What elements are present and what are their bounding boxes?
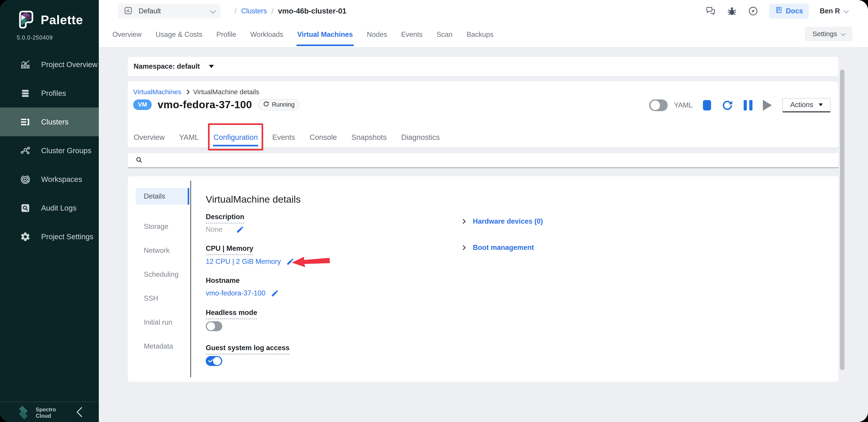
hostname-label: Hostname xyxy=(206,277,240,285)
subnav-ssh[interactable]: SSH xyxy=(136,290,189,307)
details-subnav: Details Storage Network Scheduling SSH I… xyxy=(136,188,189,362)
dropdown-caret-icon xyxy=(819,103,823,106)
vm-header-panel: VirtualMachines VirtualMachine details V… xyxy=(128,81,838,148)
vm-tab-configuration[interactable]: Configuration xyxy=(213,127,258,148)
hardware-devices-link[interactable]: Hardware devices (0) xyxy=(473,217,543,225)
search-input[interactable] xyxy=(128,153,838,168)
compass-icon[interactable] xyxy=(748,6,758,16)
settings-button[interactable]: Settings xyxy=(805,27,852,41)
subnav-storage[interactable]: Storage xyxy=(136,218,189,235)
orbit-icon xyxy=(20,174,31,185)
tab-workloads[interactable]: Workloads xyxy=(250,22,283,47)
vm-tab-console[interactable]: Console xyxy=(310,127,337,148)
restart-vm-button[interactable] xyxy=(721,99,733,111)
sidebar-item-clusters[interactable]: Clusters xyxy=(0,107,99,136)
chat-icon[interactable] xyxy=(706,6,716,16)
tab-virtual-machines[interactable]: Virtual Machines xyxy=(297,22,353,47)
virtualmachines-link[interactable]: VirtualMachines xyxy=(133,88,181,96)
tab-backups[interactable]: Backups xyxy=(467,22,494,47)
project-chart-icon xyxy=(124,6,133,16)
sidebar-item-label: Project Overview xyxy=(41,60,97,69)
cpu-memory-label: CPU | Memory xyxy=(206,245,253,255)
sidebar-item-audit-logs[interactable]: Audit Logs xyxy=(0,194,99,222)
namespace-panel: Namespace: default xyxy=(128,57,838,76)
actions-label: Actions xyxy=(790,101,813,109)
vm-tab-overview[interactable]: Overview xyxy=(134,127,165,148)
sidebar: Palette 5.0.0-250409 Project Overview xyxy=(0,0,99,422)
guest-log-access-toggle[interactable] xyxy=(206,356,222,366)
namespace-dropdown-caret-icon[interactable] xyxy=(209,65,214,68)
vm-tabs: Overview YAML Configuration Events Conso… xyxy=(134,127,440,148)
breadcrumb-separator: / xyxy=(235,7,237,15)
brand-logo[interactable]: Palette xyxy=(16,9,83,30)
status-label: Running xyxy=(272,101,295,108)
docs-label: Docs xyxy=(786,7,803,15)
vm-tab-snapshots[interactable]: Snapshots xyxy=(351,127,386,148)
sidebar-item-workspaces[interactable]: Workspaces xyxy=(0,165,99,194)
description-value: None xyxy=(206,225,222,234)
subnav-initial-run[interactable]: Initial run xyxy=(136,314,189,331)
cpu-memory-value[interactable]: 12 CPU | 2 GiB Memory xyxy=(206,258,281,266)
guest-log-access-label: Guest system log access xyxy=(206,344,289,354)
tab-nodes[interactable]: Nodes xyxy=(367,22,387,47)
play-vm-button[interactable] xyxy=(763,100,772,111)
project-selector-value: Default xyxy=(138,7,205,15)
sidebar-item-label: Cluster Groups xyxy=(41,147,91,155)
hostname-value[interactable]: vmo-fedora-37-100 xyxy=(206,289,266,297)
vm-tab-yaml[interactable]: YAML xyxy=(179,127,199,148)
app-version: 5.0.0-250409 xyxy=(17,34,53,41)
sidebar-item-project-overview[interactable]: Project Overview xyxy=(0,50,99,79)
vm-breadcrumb: VirtualMachines VirtualMachine details xyxy=(133,88,259,96)
subnav-network[interactable]: Network xyxy=(136,242,189,259)
tab-overview[interactable]: Overview xyxy=(112,22,142,47)
pause-vm-button[interactable] xyxy=(744,100,752,110)
sidebar-item-label: Audit Logs xyxy=(41,204,76,213)
edit-hostname-pencil-icon[interactable] xyxy=(271,289,279,297)
chevron-right-icon xyxy=(461,219,466,224)
docs-button[interactable]: Docs xyxy=(769,4,809,19)
workarea: Namespace: default VirtualMachines Virtu… xyxy=(99,47,868,422)
yaml-toggle[interactable] xyxy=(649,99,668,111)
sidebar-item-profiles[interactable]: Profiles xyxy=(0,79,99,107)
gear-icon xyxy=(20,231,31,242)
tab-usage-costs[interactable]: Usage & Costs xyxy=(156,22,203,47)
sidebar-item-cluster-groups[interactable]: Cluster Groups xyxy=(0,136,99,165)
palette-logo-icon xyxy=(16,9,36,30)
vm-tab-configuration-label: Configuration xyxy=(213,133,258,142)
project-selector[interactable]: Default xyxy=(118,4,220,19)
sidebar-item-label: Project Settings xyxy=(41,232,93,241)
description-value-row: None xyxy=(206,225,244,234)
vm-tab-events[interactable]: Events xyxy=(272,127,295,148)
tab-events[interactable]: Events xyxy=(401,22,423,47)
breadcrumb-clusters-link[interactable]: Clusters xyxy=(241,7,267,15)
bug-icon[interactable] xyxy=(727,6,737,16)
edit-description-pencil-icon[interactable] xyxy=(236,225,244,234)
sidebar-collapse-chevron-left-icon[interactable] xyxy=(76,407,87,417)
spectro-cloud-logo: Spectro Cloud xyxy=(17,406,56,420)
subnav-scheduling[interactable]: Scheduling xyxy=(136,266,189,283)
tab-profile[interactable]: Profile xyxy=(216,22,236,47)
sidebar-item-label: Profiles xyxy=(41,89,66,98)
details-heading: VirtualMachine details xyxy=(206,194,301,205)
top-header: Default / Clusters / vmo-46b-cluster-01 xyxy=(99,0,868,47)
description-label: Description xyxy=(206,213,244,223)
hardware-devices-row[interactable]: Hardware devices (0) xyxy=(462,217,543,225)
user-menu[interactable]: Ben R xyxy=(819,7,848,15)
subnav-divider xyxy=(190,181,191,377)
headless-mode-toggle[interactable] xyxy=(206,321,222,331)
boot-management-row[interactable]: Boot management xyxy=(462,244,534,252)
magnifier-doc-icon xyxy=(20,203,31,214)
subnav-details[interactable]: Details xyxy=(136,188,189,205)
tab-scan[interactable]: Scan xyxy=(437,22,453,47)
breadcrumb-separator: / xyxy=(271,7,273,15)
vm-tab-diagnostics[interactable]: Diagnostics xyxy=(401,127,440,148)
boot-management-link[interactable]: Boot management xyxy=(473,244,534,252)
scrollbar[interactable] xyxy=(840,70,844,370)
stop-vm-button[interactable] xyxy=(703,100,711,110)
subnav-metadata[interactable]: Metadata xyxy=(136,338,189,355)
breadcrumb-current: vmo-46b-cluster-01 xyxy=(278,7,347,15)
actions-button[interactable]: Actions xyxy=(782,98,831,112)
sidebar-item-label: Clusters xyxy=(41,118,68,126)
list-icon xyxy=(20,117,31,127)
sidebar-item-project-settings[interactable]: Project Settings xyxy=(0,222,99,251)
